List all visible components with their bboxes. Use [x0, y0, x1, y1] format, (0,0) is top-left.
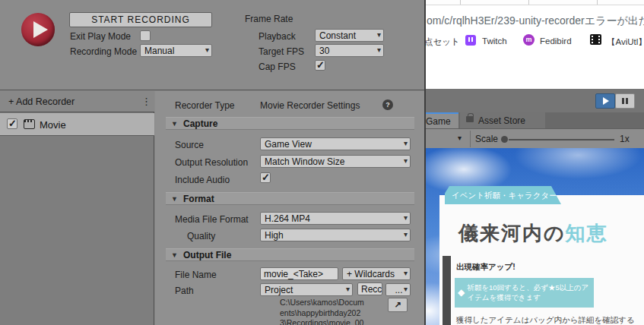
output-path-line: ents\happybirthday202	[280, 308, 389, 319]
tab-game[interactable]: Game	[424, 112, 458, 128]
tab-separator	[528, 0, 529, 5]
tab-separator	[597, 0, 598, 5]
event-title-accent: 知恵	[566, 222, 608, 245]
path-label: Path	[175, 286, 194, 296]
browser-tab-strip	[424, 0, 644, 5]
bookmark-item-fedibird[interactable]: Fedibird	[540, 36, 572, 46]
capture-section-label: Capture	[183, 118, 217, 129]
play-button[interactable]	[595, 93, 615, 109]
scale-slider-knob[interactable]	[501, 136, 508, 143]
lock-icon	[466, 116, 474, 122]
cap-fps-label: Cap FPS	[259, 62, 296, 72]
screenshot-root: om/c/rqlhH3Er/239-unity-recorderエラーが出たと …	[0, 0, 644, 325]
movie-enabled-checkbox[interactable]	[7, 118, 17, 129]
exit-play-mode-label: Exit Play Mode	[70, 31, 131, 42]
file-name-input[interactable]: movie_<Take>	[260, 267, 338, 280]
chevron-down-icon[interactable]: ▾	[458, 134, 462, 142]
twitch-icon[interactable]	[465, 35, 476, 46]
pause-button[interactable]	[615, 93, 635, 109]
tab-asset-store[interactable]: Asset Store	[460, 112, 545, 128]
event-title-main: 儀来河内の	[458, 222, 566, 245]
format-section-label: Format	[183, 194, 214, 204]
media-file-format-label: Media File Format	[175, 214, 249, 225]
kebab-menu-icon[interactable]	[141, 96, 151, 107]
foldout-triangle-icon	[171, 195, 178, 203]
playback-label: Playback	[259, 31, 296, 42]
asset-store-label: Asset Store	[478, 115, 525, 126]
output-path-line: C:\Users\kamos\Docum	[280, 298, 389, 308]
media-file-format-dropdown[interactable]: H.264 MP4	[260, 212, 411, 225]
browser-window: om/c/rqlhH3Er/239-unity-recorderエラーが出たと …	[424, 0, 644, 325]
source-dropdown[interactable]: Game View	[260, 137, 411, 150]
output-resolution-label: Output Resolution	[175, 157, 248, 168]
capture-section-header[interactable]: Capture	[166, 117, 414, 130]
scale-slider-track[interactable]	[509, 139, 614, 140]
bookmark-item-aviutl[interactable]: 【AviUtl】モ	[607, 36, 644, 48]
recording-mode-dropdown[interactable]: Manual	[140, 44, 212, 57]
include-audio-checkbox[interactable]	[260, 172, 271, 183]
scale-value: 1x	[620, 134, 630, 144]
frame-rate-label: Frame Rate	[245, 14, 293, 24]
bookmark-item-twitch[interactable]: Twitch	[482, 36, 507, 46]
add-recorder-header: + Add Recorder	[0, 91, 154, 112]
add-recorder-button[interactable]: + Add Recorder	[8, 96, 75, 107]
recorder-type-value: Movie Recorder Settings	[260, 100, 360, 111]
include-audio-label: Include Audio	[175, 175, 230, 185]
path-folder-input[interactable]: Recc	[357, 282, 382, 295]
url-bar[interactable]: om/c/rqlhH3Er/239-unity-recorderエラーが出たと	[424, 6, 644, 30]
target-fps-label: Target FPS	[259, 46, 304, 57]
event-ribbon: イベント祈願・キャラクター	[445, 186, 561, 204]
foldout-triangle-icon	[171, 120, 178, 128]
recording-mode-label: Recording Mode	[70, 46, 137, 57]
foldout-triangle-icon	[171, 251, 178, 259]
tab-separator	[460, 0, 461, 5]
event-info-text: 祈願を10回すると、必ず★5以上のアイテムを獲得できます	[467, 283, 589, 303]
playback-dropdown[interactable]: Constant	[315, 29, 384, 42]
recorder-controls: START RECORDING Exit Play Mode Recording…	[0, 0, 424, 90]
wildcards-button[interactable]: + Wildcards	[342, 267, 411, 280]
event-title: 儀来河内の知恵	[458, 220, 608, 247]
cap-fps-checkbox[interactable]	[315, 60, 325, 71]
bookmark-item[interactable]: 点セット	[424, 36, 460, 48]
quality-label: Quality	[187, 231, 215, 241]
output-resolution-dropdown[interactable]: Match Window Size	[260, 155, 411, 168]
output-file-section-label: Output File	[183, 250, 231, 260]
source-label: Source	[175, 140, 204, 150]
file-name-label: File Name	[175, 270, 217, 280]
path-root-dropdown[interactable]: Project	[260, 283, 353, 296]
recorder-settings-panel: Recorder Type Movie Recorder Settings Ca…	[155, 91, 424, 325]
event-footer-text: 獲得したアイテムはバッグ内から詳細を確認する	[456, 315, 635, 325]
diamond-icon	[458, 286, 465, 298]
start-recording-button[interactable]: START RECORDING	[69, 12, 212, 27]
bookmarks-bar: 点セット Twitch Fedibird 【AviUtl】モ	[424, 30, 644, 50]
format-section-header[interactable]: Format	[166, 192, 414, 205]
movie-recorder-label: Movie	[40, 119, 66, 131]
film-icon[interactable]	[590, 34, 601, 45]
output-file-section-header[interactable]: Output File	[166, 248, 414, 261]
browse-button[interactable]: ...	[385, 283, 411, 296]
scale-label: Scale	[475, 134, 498, 144]
help-icon[interactable]	[382, 99, 393, 110]
recorder-list-panel: + Add Recorder Movie	[0, 91, 154, 325]
scrollbar[interactable]	[443, 256, 451, 325]
movie-recorder-icon	[24, 119, 35, 129]
game-view-content: イベント祈願・キャラクター 儀来河内の知恵 出現確率アップ! 祈願を10回すると…	[424, 148, 644, 325]
recorder-list-item-movie[interactable]: Movie	[0, 113, 154, 136]
target-fps-dropdown[interactable]: 30	[315, 44, 384, 57]
event-subtitle: 出現確率アップ!	[456, 262, 516, 273]
url-text: om/c/rqlhH3Er/239-unity-recorderエラーが出たと	[427, 14, 644, 28]
unity-recorder-window: START RECORDING Exit Play Mode Recording…	[0, 0, 426, 325]
exit-play-mode-checkbox[interactable]	[140, 30, 151, 41]
divider	[470, 131, 471, 147]
unity-editor-view: Game Asset Store ▾ Scale 1x イベント祈願・キャラクタ…	[424, 89, 644, 325]
output-path-text: C:\Users\kamos\Docum ents\happybirthday2…	[280, 298, 389, 325]
game-view-control-bar: ▾ Scale 1x	[424, 128, 644, 148]
quality-dropdown[interactable]: High	[260, 229, 411, 241]
editor-toolbar	[424, 89, 644, 112]
output-path-line: 3\Recordings\movie_00	[280, 318, 389, 325]
editor-tab-bar: Game Asset Store	[424, 112, 644, 128]
open-path-external-icon[interactable]	[388, 298, 408, 312]
record-button[interactable]	[21, 13, 55, 46]
fedibird-icon[interactable]	[523, 34, 535, 46]
event-info-box: 祈願を10回すると、必ず★5以上のアイテムを獲得できます	[455, 278, 594, 308]
